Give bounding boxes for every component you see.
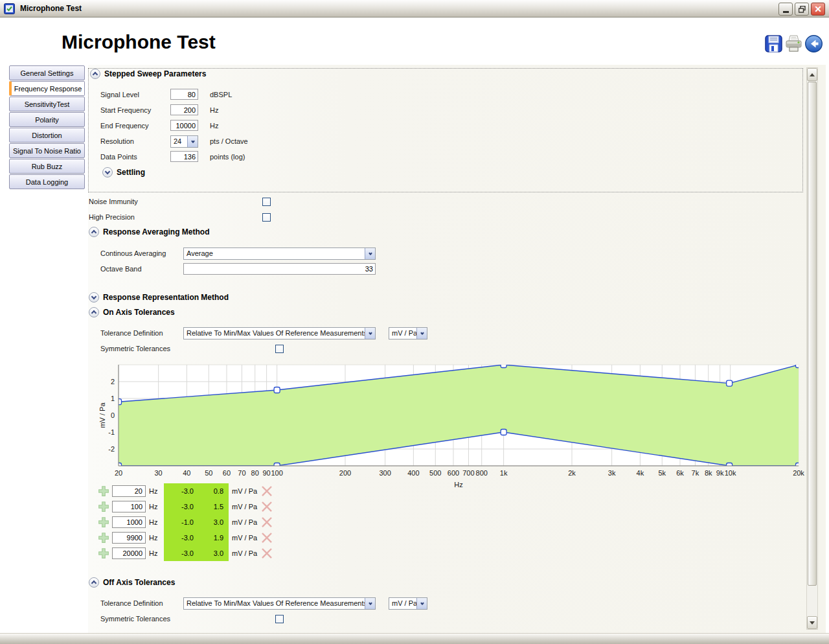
high-precision-checkbox[interactable] <box>262 213 271 222</box>
svg-text:600: 600 <box>448 469 459 477</box>
sidebar-item-frequency-response[interactable]: Frequency Response <box>9 81 85 96</box>
on-axis-unit-select[interactable]: mV / Pa <box>389 327 427 339</box>
svg-text:500: 500 <box>429 469 441 477</box>
add-row-icon[interactable] <box>98 516 109 528</box>
tolerance-range-cell[interactable]: -3.03.0 <box>164 546 229 561</box>
min-tolerance-value: -3.0 <box>164 503 194 511</box>
svg-text:300: 300 <box>379 469 391 477</box>
svg-text:70: 70 <box>238 469 245 477</box>
svg-text:2k: 2k <box>568 469 576 477</box>
collapse-icon[interactable] <box>89 577 99 588</box>
sidebar-item-sensitivity-test[interactable]: SensitivityTest <box>9 97 85 111</box>
tolerance-chart[interactable]: 2030405060708090100200300400500600700800… <box>97 360 806 487</box>
min-tolerance-value: -3.0 <box>164 487 194 495</box>
start-frequency-input[interactable] <box>170 104 198 115</box>
field-label: High Precision <box>89 213 135 221</box>
frequency-input[interactable] <box>112 516 146 528</box>
end-frequency-input[interactable] <box>170 120 198 131</box>
tolerance-chart-container: 2030405060708090100200300400500600700800… <box>97 360 806 489</box>
delete-row-icon[interactable] <box>261 485 273 497</box>
save-icon[interactable] <box>764 34 783 53</box>
collapse-icon[interactable] <box>89 307 99 317</box>
field-label: Resolution <box>100 137 134 145</box>
off-axis-tolerance-definition-select[interactable]: Relative To Min/Max Values Of Reference … <box>183 597 376 610</box>
off-axis-unit-select[interactable]: mV / Pa <box>389 597 427 610</box>
svg-text:30: 30 <box>155 469 163 477</box>
unit-label: Hz <box>210 122 218 130</box>
collapse-icon[interactable] <box>102 167 113 178</box>
frequency-input[interactable] <box>112 501 146 512</box>
vertical-scrollbar[interactable] <box>806 67 818 630</box>
noise-immunity-checkbox[interactable] <box>262 198 271 206</box>
svg-text:100: 100 <box>271 469 282 477</box>
scrollbar-thumb[interactable] <box>808 82 817 586</box>
chevron-up-icon <box>91 230 97 235</box>
triangle-up-icon <box>810 73 815 76</box>
titlebar[interactable]: Microphone Test ✕ <box>0 0 829 17</box>
resolution-select[interactable]: 24 <box>170 135 198 148</box>
add-row-icon[interactable] <box>98 485 109 497</box>
collapse-icon[interactable] <box>89 227 99 237</box>
sidebar-item-data-logging[interactable]: Data Logging <box>9 174 85 189</box>
off-axis-symmetric-checkbox[interactable] <box>275 615 284 623</box>
back-icon[interactable] <box>804 34 823 53</box>
delete-row-icon[interactable] <box>261 501 273 512</box>
chevron-up-icon <box>91 581 97 586</box>
svg-text:800: 800 <box>476 469 488 477</box>
field-label: Tolerance Definition <box>100 599 163 607</box>
delete-row-icon[interactable] <box>261 547 273 559</box>
field-label: Signal Level <box>100 91 139 98</box>
svg-text:6k: 6k <box>676 469 684 477</box>
freq-unit-label: Hz <box>149 518 157 526</box>
scroll-up-button[interactable] <box>807 68 817 81</box>
frequency-input[interactable] <box>112 547 146 559</box>
add-row-icon[interactable] <box>98 532 109 544</box>
add-row-icon[interactable] <box>98 501 109 512</box>
frequency-input[interactable] <box>112 532 146 544</box>
tolerance-range-cell[interactable]: -3.01.9 <box>164 530 229 546</box>
delete-row-icon[interactable] <box>261 532 273 544</box>
continous-averaging-select[interactable]: Average <box>183 247 376 260</box>
svg-text:-1: -1 <box>108 428 115 436</box>
frequency-input[interactable] <box>112 485 146 497</box>
max-tolerance-value: 3.0 <box>194 549 223 557</box>
min-tolerance-value: -3.0 <box>164 534 194 542</box>
maximize-button[interactable] <box>795 3 809 16</box>
tolerance-range-cell[interactable]: -1.03.0 <box>164 514 229 530</box>
svg-text:mV / Pa: mV / Pa <box>98 402 106 428</box>
sidebar-item-general-settings[interactable]: General Settings <box>9 65 85 80</box>
collapse-icon[interactable] <box>90 69 100 79</box>
tolerance-range-cell[interactable]: -3.00.8 <box>164 483 229 499</box>
minimize-button[interactable] <box>778 3 793 16</box>
svg-text:3k: 3k <box>608 469 616 477</box>
svg-text:Hz: Hz <box>454 481 462 487</box>
sidebar-item-rub-buzz[interactable]: Rub Buzz <box>9 159 85 174</box>
svg-text:400: 400 <box>407 469 419 477</box>
tolerance-unit-label: mV / Pa <box>232 487 257 495</box>
max-tolerance-value: 1.5 <box>194 503 223 511</box>
data-points-input[interactable] <box>170 151 198 162</box>
add-row-icon[interactable] <box>98 547 109 559</box>
minimize-icon <box>783 11 789 13</box>
octave-band-input[interactable] <box>183 263 376 275</box>
tolerance-range-cell[interactable]: -3.01.5 <box>164 499 229 514</box>
chevron-down-icon <box>187 136 198 147</box>
svg-text:5k: 5k <box>658 469 666 477</box>
section-stepped-sweep: Stepped Sweep Parameters <box>90 69 206 79</box>
svg-text:0: 0 <box>111 411 115 419</box>
delete-row-icon[interactable] <box>261 516 273 528</box>
svg-text:9k: 9k <box>716 469 724 477</box>
sidebar-item-signal-to-noise[interactable]: Signal To Noise Ratio <box>9 143 85 158</box>
on-axis-tolerance-definition-select[interactable]: Relative To Min/Max Values Of Reference … <box>183 327 376 339</box>
signal-level-input[interactable] <box>170 89 198 100</box>
chevron-down-icon <box>91 294 97 299</box>
collapse-icon[interactable] <box>89 292 99 303</box>
sidebar-item-distortion[interactable]: Distortion <box>9 128 85 143</box>
print-icon[interactable] <box>784 34 803 53</box>
close-button[interactable]: ✕ <box>811 3 825 16</box>
svg-text:20: 20 <box>115 469 122 477</box>
sidebar-item-polarity[interactable]: Polarity <box>9 112 85 127</box>
tolerance-unit-label: mV / Pa <box>232 534 257 542</box>
scroll-down-button[interactable] <box>807 616 817 629</box>
on-axis-symmetric-checkbox[interactable] <box>275 345 284 353</box>
